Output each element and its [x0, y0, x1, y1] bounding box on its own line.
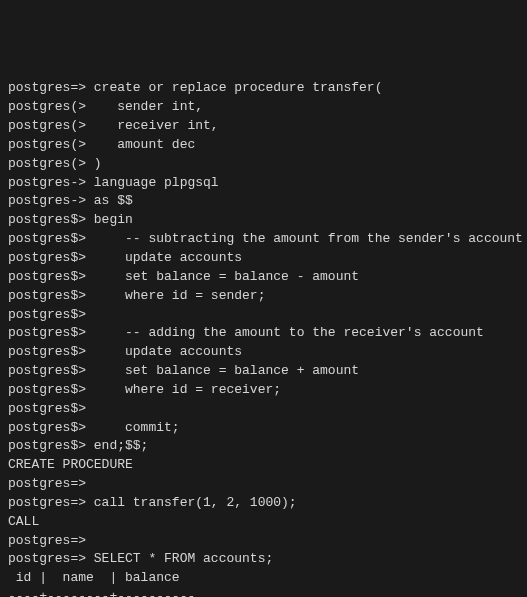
line-text: -- subtracting the amount from the sende…	[86, 231, 523, 246]
line-text: id | name | balance	[8, 570, 180, 585]
line-text: -- adding the amount to the receiver's a…	[86, 325, 484, 340]
terminal-line: postgres$> where id = receiver;	[8, 381, 519, 400]
prompt: postgres$>	[8, 288, 86, 303]
line-text: ----+--------+----------	[8, 589, 195, 597]
terminal-line: postgres$> set balance = balance + amoun…	[8, 362, 519, 381]
terminal-line: postgres$> end;$$;	[8, 437, 519, 456]
line-text: language plpgsql	[86, 175, 219, 190]
terminal-line: postgres(> sender int,	[8, 98, 519, 117]
terminal-line: postgres=>	[8, 475, 519, 494]
terminal-line: postgres=> create or replace procedure t…	[8, 79, 519, 98]
line-text: commit;	[86, 420, 180, 435]
line-text: create or replace procedure transfer(	[86, 80, 382, 95]
terminal-line: postgres(> )	[8, 155, 519, 174]
line-text: CREATE PROCEDURE	[8, 457, 133, 472]
line-text: call transfer(1, 2, 1000);	[86, 495, 297, 510]
line-text: CALL	[8, 514, 39, 529]
line-text: where id = sender;	[86, 288, 265, 303]
terminal-line: postgres=> SELECT * FROM accounts;	[8, 550, 519, 569]
terminal-line: postgres$> where id = sender;	[8, 287, 519, 306]
line-text: set balance = balance + amount	[86, 363, 359, 378]
prompt: postgres=>	[8, 80, 86, 95]
terminal-line: postgres-> language plpgsql	[8, 174, 519, 193]
prompt: postgres$>	[8, 212, 86, 227]
prompt: postgres(>	[8, 137, 86, 152]
line-text: SELECT * FROM accounts;	[86, 551, 273, 566]
terminal-line: postgres=> call transfer(1, 2, 1000);	[8, 494, 519, 513]
terminal-line: postgres(> amount dec	[8, 136, 519, 155]
prompt: postgres$>	[8, 344, 86, 359]
line-text: )	[86, 156, 102, 171]
terminal-line: postgres$> update accounts	[8, 343, 519, 362]
terminal-line: postgres$> commit;	[8, 419, 519, 438]
terminal-line: postgres(> receiver int,	[8, 117, 519, 136]
prompt: postgres(>	[8, 118, 86, 133]
prompt: postgres(>	[8, 156, 86, 171]
prompt: postgres$>	[8, 325, 86, 340]
terminal-line: postgres=>	[8, 532, 519, 551]
terminal-line: ----+--------+----------	[8, 588, 519, 597]
line-text: sender int,	[86, 99, 203, 114]
prompt: postgres=>	[8, 551, 86, 566]
prompt: postgres=>	[8, 495, 86, 510]
terminal-line: postgres$> begin	[8, 211, 519, 230]
prompt: postgres$>	[8, 363, 86, 378]
line-text: set balance = balance - amount	[86, 269, 359, 284]
terminal-line: postgres$>	[8, 400, 519, 419]
prompt: postgres$>	[8, 420, 86, 435]
prompt: postgres$>	[8, 438, 86, 453]
line-text: amount dec	[86, 137, 195, 152]
prompt: postgres->	[8, 175, 86, 190]
prompt: postgres$>	[8, 382, 86, 397]
terminal-line: postgres$> -- adding the amount to the r…	[8, 324, 519, 343]
terminal-line: postgres$> update accounts	[8, 249, 519, 268]
prompt: postgres$>	[8, 401, 86, 416]
prompt: postgres$>	[8, 231, 86, 246]
prompt: postgres=>	[8, 476, 86, 491]
line-text: update accounts	[86, 344, 242, 359]
terminal-line: CREATE PROCEDURE	[8, 456, 519, 475]
line-text: where id = receiver;	[86, 382, 281, 397]
line-text: receiver int,	[86, 118, 219, 133]
prompt: postgres(>	[8, 99, 86, 114]
terminal-line: postgres-> as $$	[8, 192, 519, 211]
terminal-line: postgres$> set balance = balance - amoun…	[8, 268, 519, 287]
line-text: as $$	[86, 193, 133, 208]
prompt: postgres->	[8, 193, 86, 208]
prompt: postgres=>	[8, 533, 86, 548]
prompt: postgres$>	[8, 250, 86, 265]
line-text: end;$$;	[86, 438, 148, 453]
terminal-line: CALL	[8, 513, 519, 532]
prompt: postgres$>	[8, 307, 86, 322]
line-text: update accounts	[86, 250, 242, 265]
terminal-line: postgres$> -- subtracting the amount fro…	[8, 230, 519, 249]
terminal-line: id | name | balance	[8, 569, 519, 588]
terminal-output[interactable]: postgres=> create or replace procedure t…	[8, 79, 519, 597]
prompt: postgres$>	[8, 269, 86, 284]
line-text: begin	[86, 212, 133, 227]
terminal-line: postgres$>	[8, 306, 519, 325]
